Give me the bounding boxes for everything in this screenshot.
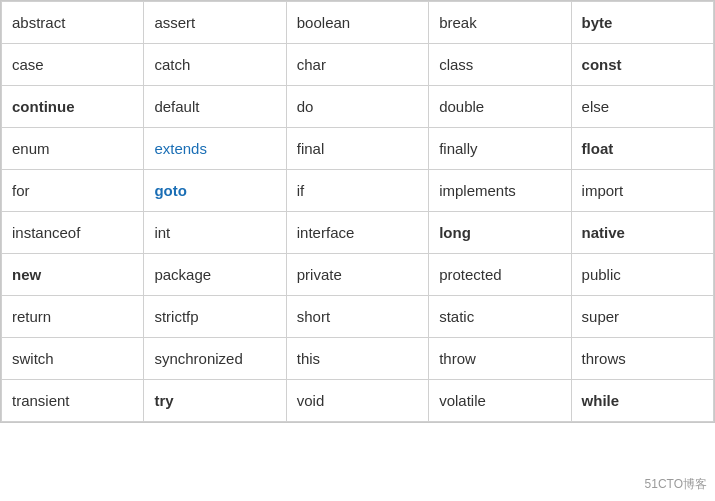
- table-cell: instanceof: [2, 212, 144, 254]
- table-cell: public: [571, 254, 713, 296]
- table-cell: this: [286, 338, 428, 380]
- table-cell: int: [144, 212, 286, 254]
- keywords-table: abstractassertbooleanbreakbytecasecatchc…: [0, 0, 715, 423]
- table-cell: throws: [571, 338, 713, 380]
- table-row: forgotoifimplementsimport: [2, 170, 714, 212]
- table-cell: interface: [286, 212, 428, 254]
- table-cell: case: [2, 44, 144, 86]
- table-cell: extends: [144, 128, 286, 170]
- table-cell: private: [286, 254, 428, 296]
- table-cell: char: [286, 44, 428, 86]
- table-cell: float: [571, 128, 713, 170]
- table-cell: goto: [144, 170, 286, 212]
- table-cell: void: [286, 380, 428, 422]
- table-cell: const: [571, 44, 713, 86]
- table-cell: native: [571, 212, 713, 254]
- table-cell: else: [571, 86, 713, 128]
- table-row: instanceofintinterfacelongnative: [2, 212, 714, 254]
- table-cell: finally: [429, 128, 571, 170]
- table-row: continuedefaultdodoubleelse: [2, 86, 714, 128]
- table-cell: synchronized: [144, 338, 286, 380]
- table-cell: implements: [429, 170, 571, 212]
- table-cell: abstract: [2, 2, 144, 44]
- table-cell: boolean: [286, 2, 428, 44]
- table-cell: default: [144, 86, 286, 128]
- table-cell: byte: [571, 2, 713, 44]
- table-row: enumextendsfinalfinallyfloat: [2, 128, 714, 170]
- table-cell: short: [286, 296, 428, 338]
- table-cell: throw: [429, 338, 571, 380]
- table-cell: while: [571, 380, 713, 422]
- table-cell: break: [429, 2, 571, 44]
- table-cell: return: [2, 296, 144, 338]
- table-cell: final: [286, 128, 428, 170]
- table-cell: assert: [144, 2, 286, 44]
- table-cell: enum: [2, 128, 144, 170]
- table-cell: strictfp: [144, 296, 286, 338]
- table-cell: volatile: [429, 380, 571, 422]
- table-cell: protected: [429, 254, 571, 296]
- table-row: switchsynchronizedthisthrowthrows: [2, 338, 714, 380]
- table-cell: transient: [2, 380, 144, 422]
- table-cell: class: [429, 44, 571, 86]
- table-cell: super: [571, 296, 713, 338]
- table-cell: try: [144, 380, 286, 422]
- table-row: abstractassertbooleanbreakbyte: [2, 2, 714, 44]
- watermark: 51CTO博客: [645, 476, 707, 493]
- table-cell: double: [429, 86, 571, 128]
- table-cell: for: [2, 170, 144, 212]
- table-cell: do: [286, 86, 428, 128]
- table-cell: static: [429, 296, 571, 338]
- table-row: newpackageprivateprotectedpublic: [2, 254, 714, 296]
- table-cell: catch: [144, 44, 286, 86]
- table-cell: long: [429, 212, 571, 254]
- table-cell: if: [286, 170, 428, 212]
- table-cell: switch: [2, 338, 144, 380]
- table-cell: new: [2, 254, 144, 296]
- table-cell: continue: [2, 86, 144, 128]
- table-cell: package: [144, 254, 286, 296]
- table-row: transienttryvoidvolatilewhile: [2, 380, 714, 422]
- table-row: returnstrictfpshortstaticsuper: [2, 296, 714, 338]
- table-row: casecatchcharclassconst: [2, 44, 714, 86]
- table-cell: import: [571, 170, 713, 212]
